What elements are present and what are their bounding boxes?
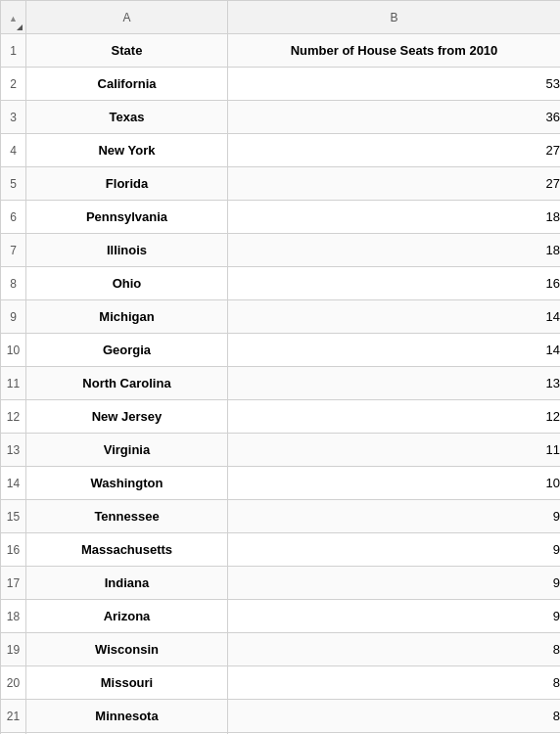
state-cell-13[interactable]: Virginia [26, 434, 228, 467]
seats-cell-7: 18 [228, 234, 561, 267]
state-cell-15[interactable]: Tennessee [26, 500, 228, 533]
row-num-3: 3 [1, 101, 26, 134]
corner-cell: ▲ [1, 1, 26, 34]
state-cell-21[interactable]: Minnesota [26, 700, 228, 733]
row-num-10: 10 [1, 334, 26, 367]
row-num-2: 2 [1, 68, 26, 101]
seats-cell-4: 27 [228, 134, 561, 167]
seats-cell-5: 27 [228, 167, 561, 201]
state-cell-3[interactable]: Texas [26, 101, 228, 134]
state-cell-2[interactable]: California [26, 68, 228, 101]
state-cell-6[interactable]: Pennsylvania [26, 201, 228, 234]
state-cell-10[interactable]: Georgia [26, 334, 228, 367]
col-b-header[interactable]: B [228, 1, 561, 34]
seats-cell-20: 8 [228, 666, 561, 700]
row-num-7: 7 [1, 234, 26, 267]
seats-cell-13: 11 [228, 434, 561, 467]
seats-cell-15: 9 [228, 500, 561, 533]
state-cell-20[interactable]: Missouri [26, 666, 228, 700]
state-cell-4[interactable]: New York [26, 134, 228, 167]
seats-cell-11: 13 [228, 367, 561, 400]
state-cell-17[interactable]: Indiana [26, 567, 228, 600]
row-num-12: 12 [1, 400, 26, 434]
col-a-title: State [26, 34, 228, 68]
col-b-title: Number of House Seats from 2010 [228, 34, 561, 68]
row-num-13: 13 [1, 434, 26, 467]
state-cell-11[interactable]: North Carolina [26, 367, 228, 400]
row-num-20: 20 [1, 666, 26, 700]
seats-cell-21: 8 [228, 700, 561, 733]
row-num-14: 14 [1, 467, 26, 500]
seats-cell-19: 8 [228, 633, 561, 666]
seats-cell-8: 16 [228, 267, 561, 300]
state-cell-12[interactable]: New Jersey [26, 400, 228, 434]
spreadsheet-table: ▲ A B 1 State Number of House Seats from… [0, 0, 560, 734]
row-num-19: 19 [1, 633, 26, 666]
row-num-1: 1 [1, 34, 26, 68]
row-num-6: 6 [1, 201, 26, 234]
seats-cell-2: 53 [228, 68, 561, 101]
seats-cell-12: 12 [228, 400, 561, 434]
seats-cell-10: 14 [228, 334, 561, 367]
seats-cell-3: 36 [228, 101, 561, 134]
state-cell-9[interactable]: Michigan [26, 300, 228, 334]
row-num-17: 17 [1, 567, 26, 600]
row-num-11: 11 [1, 367, 26, 400]
seats-cell-6: 18 [228, 201, 561, 234]
row-num-4: 4 [1, 134, 26, 167]
row-num-9: 9 [1, 300, 26, 334]
state-cell-19[interactable]: Wisconsin [26, 633, 228, 666]
seats-cell-16: 9 [228, 533, 561, 567]
seats-cell-9: 14 [228, 300, 561, 334]
seats-cell-18: 9 [228, 600, 561, 633]
state-cell-16[interactable]: Massachusetts [26, 533, 228, 567]
row-num-16: 16 [1, 533, 26, 567]
state-cell-7[interactable]: Illinois [26, 234, 228, 267]
state-cell-5[interactable]: Florida [26, 167, 228, 201]
col-a-header[interactable]: A [26, 1, 228, 34]
row-num-5: 5 [1, 167, 26, 201]
state-cell-8[interactable]: Ohio [26, 267, 228, 300]
row-num-21: 21 [1, 700, 26, 733]
seats-cell-14: 10 [228, 467, 561, 500]
row-num-8: 8 [1, 267, 26, 300]
row-num-15: 15 [1, 500, 26, 533]
seats-cell-17: 9 [228, 567, 561, 600]
row-num-18: 18 [1, 600, 26, 633]
state-cell-18[interactable]: Arizona [26, 600, 228, 633]
state-cell-14[interactable]: Washington [26, 467, 228, 500]
